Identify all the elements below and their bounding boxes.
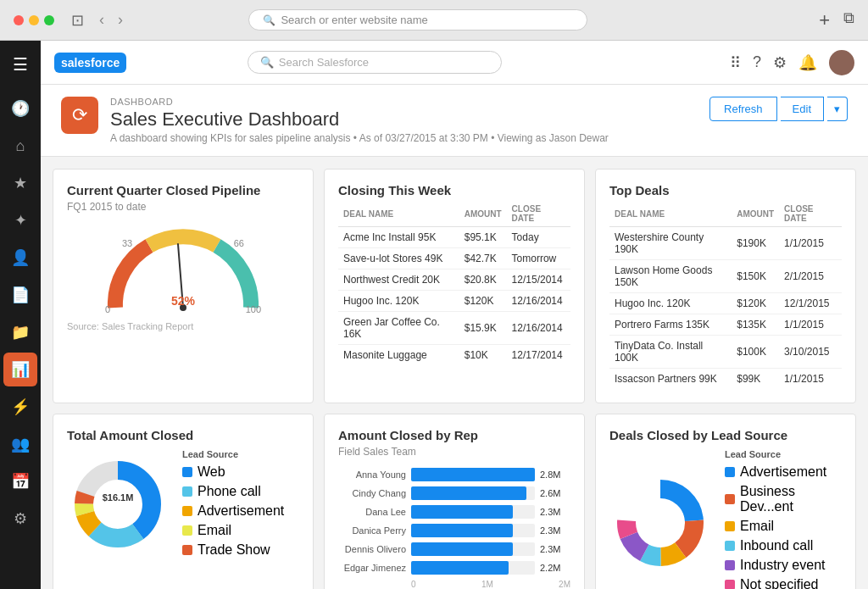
- nav-calendar[interactable]: 📅: [3, 464, 37, 498]
- help-icon[interactable]: ?: [753, 53, 761, 71]
- forward-button[interactable]: ›: [113, 9, 128, 31]
- nav-recent[interactable]: 🕐: [3, 92, 37, 125]
- nav-contacts[interactable]: 👥: [3, 427, 37, 461]
- legend-dot: [725, 494, 735, 504]
- table-row: Acme Inc Install 95K$95.1KToday: [338, 227, 570, 248]
- legend-label: Trade Show: [198, 542, 270, 558]
- legend-label: Advertisement: [198, 503, 284, 519]
- edit-button[interactable]: Edit: [781, 97, 824, 121]
- bar-fill: [411, 561, 509, 575]
- dashboard-header: ⟳ DASHBOARD Sales Executive Dashboard A …: [41, 85, 868, 157]
- refresh-button[interactable]: Refresh: [709, 97, 777, 121]
- list-item: Anna Young 2.8M: [338, 468, 570, 481]
- legend-label: Advertisement: [740, 464, 826, 480]
- nav-star2[interactable]: ✦: [3, 203, 37, 237]
- bar-label: Dana Lee: [338, 507, 406, 517]
- back-button[interactable]: ‹: [94, 9, 109, 31]
- dashboard-label: DASHBOARD: [110, 97, 709, 107]
- nav-files[interactable]: 📁: [3, 315, 37, 349]
- edit-dropdown-button[interactable]: ▾: [827, 97, 848, 121]
- tab-overview-button[interactable]: ⧉: [843, 9, 854, 31]
- search-placeholder: Search Salesforce: [279, 56, 369, 69]
- nav-profile[interactable]: 👤: [3, 241, 37, 275]
- legend-item: Business Dev...ent: [725, 484, 842, 514]
- list-item: Dana Lee 2.3M: [338, 505, 570, 519]
- user-avatar[interactable]: [829, 50, 854, 75]
- browser-chrome: ⊡ ‹ › 🔍 Search or enter website name + ⧉: [0, 0, 868, 41]
- table-row: TinyData Co. Install 100K$100K3/10/2015: [609, 336, 842, 369]
- leadsource-donut: Lead Source Advertisement Business Dev..…: [609, 449, 842, 589]
- widget-closing: Closing This Week DEAL NAME AMOUNT CLOSE…: [324, 169, 585, 403]
- legend-item: Advertisement: [182, 503, 284, 519]
- bar-fill: [411, 505, 513, 519]
- gauge-value: 52%: [171, 294, 195, 308]
- add-tab-button[interactable]: +: [819, 9, 830, 31]
- pipeline-title: Current Quarter Closed Pipeline: [67, 183, 299, 197]
- closing-col-date: CLOSE DATE: [507, 201, 570, 227]
- gauge-mark33: 33: [122, 238, 132, 248]
- table-row: Lawson Home Goods 150K$150K2/1/2015: [609, 260, 842, 293]
- layout-icon[interactable]: ⊡: [71, 11, 84, 30]
- axis-0: 0: [411, 580, 416, 589]
- bar-fill: [411, 524, 513, 537]
- legend-dot: [725, 541, 735, 551]
- search-icon: 🔍: [263, 14, 275, 26]
- browser-url-bar[interactable]: 🔍 Search or enter website name: [248, 9, 587, 31]
- bar-label: Edgar Jimenez: [338, 563, 406, 573]
- bar-value: 2.3M: [540, 544, 570, 554]
- legend-item: Trade Show: [182, 542, 284, 558]
- dashboard-subtitle: A dashboard showing KPIs for sales pipel…: [110, 132, 709, 144]
- browser-nav: ‹ ›: [94, 9, 128, 31]
- legend-item: Inbound call: [725, 538, 842, 553]
- table-row: Masonite Luggage$10K12/17/2014: [338, 345, 570, 366]
- table-row: Issacson Partners 99K$99K1/1/2015: [609, 369, 842, 390]
- search-icon: 🔍: [260, 56, 274, 69]
- nav-menu-button[interactable]: ☰: [3, 47, 37, 81]
- nav-settings[interactable]: ⚙: [3, 502, 37, 536]
- widget-leadsource: Deals Closed by Lead Source Lead Source: [595, 414, 856, 589]
- table-row: Green Jar Coffee Co. 16K$15.9K12/16/2014: [338, 312, 570, 345]
- bar-track: [411, 524, 535, 537]
- closing-table: DEAL NAME AMOUNT CLOSE DATE Acme Inc Ins…: [338, 201, 570, 365]
- settings-icon[interactable]: ⚙: [773, 53, 787, 72]
- bar-track: [411, 561, 535, 575]
- dashboard-title-area: DASHBOARD Sales Executive Dashboard A da…: [110, 97, 709, 144]
- legend-dot: [182, 506, 192, 516]
- nav-activity[interactable]: ⚡: [3, 390, 37, 424]
- topdeals-table: DEAL NAME AMOUNT CLOSE DATE Westershire …: [609, 201, 842, 389]
- gauge-min: 0: [105, 304, 110, 314]
- legend-item: Email: [725, 519, 842, 534]
- list-item: Dennis Olivero 2.3M: [338, 542, 570, 556]
- legend-dot: [725, 560, 735, 570]
- widget-topdeals: Top Deals DEAL NAME AMOUNT CLOSE DATE We…: [595, 169, 856, 403]
- list-item: Danica Perry 2.3M: [338, 524, 570, 537]
- dot-green[interactable]: [44, 15, 54, 25]
- table-row: Portrero Farms 135K$135K1/1/2015: [609, 314, 842, 336]
- legend-item: Advertisement: [725, 464, 842, 480]
- legend-label: Inbound call: [740, 538, 813, 553]
- notifications-icon[interactable]: 🔔: [798, 53, 817, 72]
- topdeals-title: Top Deals: [609, 183, 842, 197]
- total-title: Total Amount Closed: [67, 428, 299, 442]
- leadsource-title: Deals Closed by Lead Source: [609, 428, 842, 442]
- table-row: Westershire County 190K$190K1/1/2015: [609, 227, 842, 260]
- legend-item: Not specified: [725, 577, 842, 589]
- amtrep-sub: Field Sales Team: [338, 446, 570, 458]
- nav-home[interactable]: ⌂: [3, 129, 37, 163]
- donut-svg: $16.1M: [67, 453, 169, 555]
- nav-dashboard[interactable]: 📊: [3, 353, 37, 386]
- svg-text:$16.1M: $16.1M: [103, 492, 134, 503]
- topdeals-col-date: CLOSE DATE: [779, 201, 842, 227]
- legend-item: Web: [182, 464, 284, 480]
- legend-dot: [725, 521, 735, 531]
- bar-track: [411, 505, 535, 519]
- sf-search-bar[interactable]: 🔍 Search Salesforce: [248, 51, 502, 74]
- dot-yellow[interactable]: [29, 15, 39, 25]
- nav-favorites[interactable]: ★: [3, 166, 37, 200]
- bar-value: 2.8M: [540, 470, 570, 480]
- apps-icon[interactable]: ⠿: [730, 53, 741, 72]
- bar-label: Cindy Chang: [338, 488, 406, 498]
- nav-reports[interactable]: 📄: [3, 278, 37, 312]
- dot-red[interactable]: [14, 15, 24, 25]
- salesforce-logo: salesforce: [54, 53, 126, 73]
